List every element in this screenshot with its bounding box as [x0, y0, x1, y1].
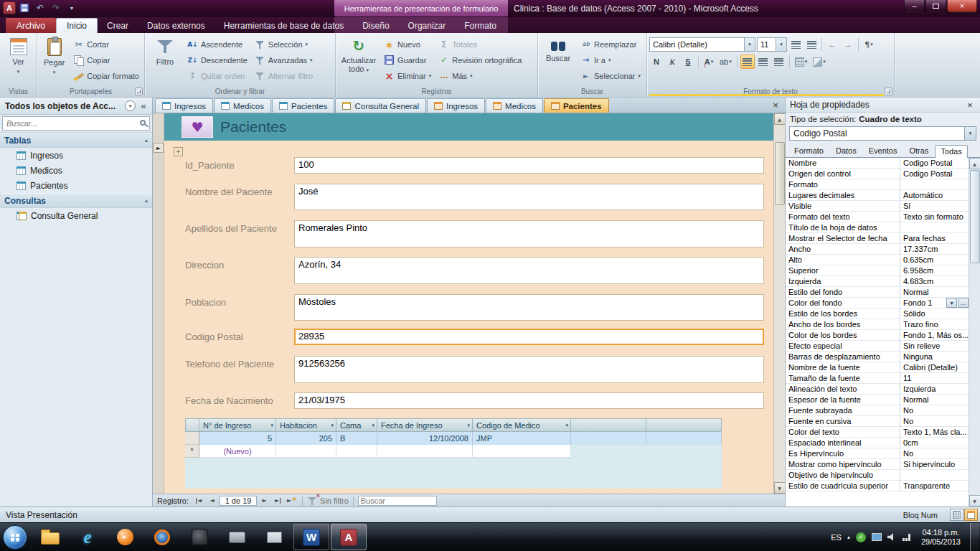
property-name[interactable]: Izquierda [786, 276, 900, 287]
property-value[interactable]: No [900, 416, 969, 427]
gridlines-button[interactable]: ▾ [793, 55, 810, 69]
document-tab-form-medicos[interactable]: Medicos [486, 98, 543, 113]
tab-archivo[interactable]: Archivo [6, 18, 56, 33]
align-left-button[interactable] [740, 55, 755, 69]
property-value[interactable]: Normal [900, 287, 969, 298]
field-input-nombre-del-paciente[interactable]: José [294, 184, 764, 210]
numbered-list-button[interactable] [804, 37, 819, 52]
buscar-button[interactable]: Buscar [540, 35, 576, 86]
nuevo-button[interactable]: Nuevo [381, 37, 434, 52]
property-name[interactable]: Espesor de la fuente [786, 395, 900, 405]
eliminar-button[interactable]: Eliminar▾ [381, 68, 434, 83]
property-value[interactable]: Sin relieve [900, 341, 969, 352]
record-search-input[interactable] [358, 496, 437, 506]
scroll-thumb[interactable] [775, 142, 785, 205]
security-icon[interactable]: ✓ [856, 532, 866, 542]
property-scrollbar[interactable] [969, 158, 980, 507]
nav-section-tablas[interactable]: Tablas▴ [0, 133, 152, 148]
taskbar-access-button[interactable]: A [331, 524, 367, 550]
property-tab-otras[interactable]: Otras [903, 144, 934, 157]
property-value[interactable]: Trazo fino [900, 319, 969, 330]
subform-cell[interactable] [473, 445, 571, 458]
nav-item-ingresos[interactable]: Ingresos [0, 148, 152, 163]
property-name[interactable]: Ancho [786, 244, 900, 255]
property-builder-icon[interactable]: … [958, 298, 969, 308]
display-icon[interactable] [872, 533, 882, 541]
scroll-up-icon[interactable] [969, 158, 980, 169]
property-name[interactable]: Estilo de los bordes [786, 309, 900, 319]
font-name-combo[interactable]: Calibri (Detalle)▾ [649, 37, 755, 52]
field-input-direccion[interactable]: Azorín, 34 [294, 257, 764, 284]
subform-cell[interactable]: JMP [473, 432, 571, 445]
nav-item-pacientes[interactable]: Pacientes [0, 178, 152, 193]
avanzadas-button[interactable]: Avanzadas▾ [252, 52, 316, 67]
property-name[interactable]: Tamaño de la fuente [786, 373, 900, 384]
italic-button[interactable]: K [665, 55, 679, 69]
subform-cell[interactable]: 205 [276, 432, 336, 445]
previous-record-button[interactable]: ◄ [206, 495, 218, 506]
underline-button[interactable]: S [681, 55, 695, 69]
tab-datos-externos[interactable]: Datos externos [138, 18, 215, 33]
property-name[interactable]: Color de los bordes [786, 330, 900, 341]
subform-cell[interactable]: 5 [199, 432, 276, 445]
tab-crear[interactable]: Crear [98, 18, 138, 33]
property-value[interactable]: 4.683cm [900, 276, 969, 287]
show-desktop-button[interactable] [970, 523, 979, 551]
property-value[interactable]: No [900, 448, 969, 459]
alternar-filtro-button[interactable]: Alternar filtro [252, 68, 316, 83]
property-name[interactable]: Visible [786, 201, 900, 212]
highlight-color-button[interactable]: ab▾ [717, 55, 734, 69]
taskbar-app-utility-button[interactable] [219, 524, 255, 550]
property-name[interactable]: Ancho de los bordes [786, 319, 900, 330]
field-input-fecha-de-nacimiento[interactable]: 21/03/1975 [294, 392, 764, 409]
layout-select-handle[interactable] [174, 147, 183, 156]
property-name[interactable]: Título de la hoja de datos [786, 222, 900, 233]
descendente-button[interactable]: Descendente [184, 52, 250, 67]
property-value[interactable]: 6.958cm [900, 265, 969, 276]
qat-customize-icon[interactable]: ▾ [65, 1, 79, 14]
nav-section-consultas[interactable]: Consultas▴ [0, 193, 152, 208]
subform-cell[interactable] [336, 445, 377, 458]
subform-column-header[interactable]: Codigo de Medico▾ [473, 418, 571, 432]
property-name[interactable]: Es Hipervínculo [786, 448, 900, 459]
increase-indent-button[interactable] [841, 37, 855, 52]
decrease-indent-button[interactable] [825, 37, 839, 52]
collapse-pane-icon[interactable]: « [138, 100, 149, 111]
property-sheet-close-icon[interactable]: × [964, 100, 976, 110]
property-name[interactable]: Origen del control [786, 169, 900, 179]
nav-pane-header[interactable]: Todos los objetos de Acc... ▾ « [0, 98, 152, 115]
next-record-button[interactable]: ► [258, 495, 270, 506]
align-right-button[interactable] [772, 55, 786, 69]
undo-icon[interactable]: ↶ [33, 1, 47, 14]
network-icon[interactable] [903, 533, 912, 541]
document-tab-table-medicos[interactable]: Medicos [214, 98, 271, 113]
property-name[interactable]: Alto [786, 255, 900, 265]
totales-button[interactable]: Totales [435, 37, 524, 52]
paragraph-marks-button[interactable]: ¶▾ [862, 37, 876, 52]
subform-cell[interactable] [377, 445, 473, 458]
property-value[interactable]: Fondo 1▾… [900, 298, 969, 309]
form-scrollbar[interactable] [773, 113, 785, 494]
tab-herramientas-base-datos[interactable]: Herramientas de base de datos [215, 18, 353, 33]
property-name[interactable]: Color del texto [786, 427, 900, 438]
property-name[interactable]: Formato del texto [786, 212, 900, 222]
property-name[interactable]: Alineación del texto [786, 384, 900, 395]
document-tab-form-ingresos[interactable]: Ingresos [427, 98, 485, 113]
dropdown-arrow-icon[interactable]: ▾ [744, 38, 755, 51]
property-value[interactable]: Calibri (Detalle) [900, 362, 969, 373]
maximize-button[interactable] [925, 0, 946, 12]
property-name[interactable]: Espaciado interlineal [786, 438, 900, 448]
access-logo-icon[interactable]: A [3, 1, 16, 14]
volume-icon[interactable] [887, 533, 897, 542]
subform-cell[interactable] [646, 432, 722, 445]
save-icon[interactable] [17, 1, 32, 14]
scroll-thumb[interactable] [970, 170, 980, 263]
language-indicator[interactable]: ES [831, 533, 842, 542]
document-tab-table-pacientes[interactable]: Pacientes [272, 98, 335, 113]
property-name[interactable]: Nombre [786, 158, 900, 169]
property-value[interactable]: Codigo Postal [900, 169, 969, 179]
subform-cell[interactable]: B [336, 432, 377, 445]
property-value[interactable]: Si hipervínculo [900, 459, 969, 470]
filtro-button[interactable]: Filtro [147, 35, 183, 86]
property-name[interactable]: Fuente en cursiva [786, 416, 900, 427]
